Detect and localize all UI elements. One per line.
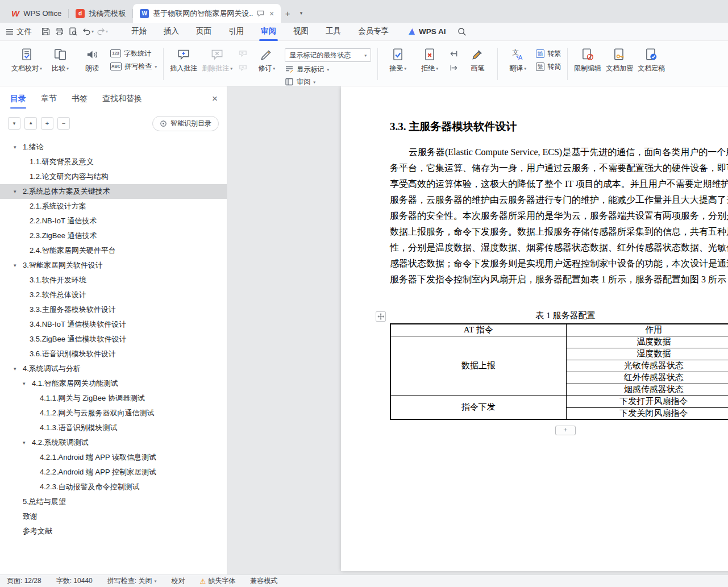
smart-toc-button[interactable]: 智能识别目录 bbox=[152, 116, 219, 131]
sidebar-tab-find-replace[interactable]: 查找和替换 bbox=[102, 94, 142, 104]
save-button[interactable] bbox=[39, 26, 52, 38]
toc-item[interactable]: 4.1.2.网关与云服务器双向通信测试 bbox=[0, 406, 227, 421]
toc-item[interactable]: 3.3.主服务器模块软件设计 bbox=[0, 302, 227, 317]
toc-item[interactable]: 3.6.语音识别模块软件设计 bbox=[0, 347, 227, 361]
new-tab-button[interactable]: + bbox=[281, 6, 294, 20]
toc-expand-icon[interactable]: ▾ bbox=[14, 189, 23, 194]
accept-button[interactable]: 接受▾ bbox=[382, 44, 414, 73]
tab-membership[interactable]: 会员专享 bbox=[350, 23, 397, 41]
missing-font-indicator[interactable]: ⚠缺失字体 bbox=[199, 576, 235, 586]
toc-item[interactable]: 2.1.系统设计方案 bbox=[0, 199, 227, 214]
compare-button[interactable]: 比较▾ bbox=[44, 44, 76, 73]
delete-comment-button[interactable]: 删除批注▾ bbox=[199, 44, 235, 73]
toc-item[interactable]: ▾3.智能家居网关软件设计 bbox=[0, 258, 227, 273]
toc-item[interactable]: 2.3.ZigBee 通信技术 bbox=[0, 228, 227, 243]
tab-wps-home[interactable]: W WPS Office bbox=[5, 4, 68, 23]
toc-item[interactable]: 4.2.3.自动报警及命令控制测试 bbox=[0, 480, 227, 494]
increase-level-button[interactable]: + bbox=[41, 117, 53, 130]
table-cell[interactable]: 光敏传感器状态 bbox=[566, 360, 728, 372]
wps-ai-button[interactable]: WPS AI bbox=[407, 27, 446, 36]
toc-expand-icon[interactable]: ▾ bbox=[14, 366, 23, 372]
table-cell[interactable]: AT 指令 bbox=[390, 324, 566, 336]
finalize-button[interactable]: 文档定稿 bbox=[635, 44, 667, 73]
insert-comment-button[interactable]: 插入批注 bbox=[168, 44, 199, 73]
next-comment-button[interactable] bbox=[237, 63, 248, 73]
doc-tab-chat-icon[interactable] bbox=[257, 10, 264, 17]
previous-change-button[interactable] bbox=[448, 48, 459, 59]
next-change-button[interactable] bbox=[448, 63, 459, 73]
table-cell[interactable]: 下发打开风扇指令 bbox=[566, 396, 728, 407]
review-pane-button[interactable]: 审阅 ▾ bbox=[285, 77, 371, 87]
word-count-button[interactable]: 123 字数统计 bbox=[110, 48, 157, 59]
document-area[interactable]: 3.3. 主服务器模块软件设计 云服务器(Elastic Compute Ser… bbox=[227, 86, 728, 574]
tab-current-document[interactable]: W 基于物联网的智能家居网关设... × bbox=[133, 4, 281, 23]
close-tab-icon[interactable]: × bbox=[269, 9, 274, 18]
paragraph-line[interactable]: 服务器下发指令控制室内风扇开启，服务器配置如表 1 所示，服务器配置如图 3 所… bbox=[390, 272, 728, 288]
tab-home[interactable]: 开始 bbox=[123, 23, 155, 41]
spell-check-button[interactable]: ABC 拼写检查 ▾ bbox=[110, 61, 157, 72]
table-cell[interactable]: 数据上报 bbox=[390, 336, 566, 396]
collapse-all-button[interactable]: ▾ bbox=[8, 117, 20, 130]
word-count-indicator[interactable]: 字数: 10440 bbox=[56, 576, 93, 586]
toc-expand-icon[interactable]: ▾ bbox=[23, 381, 32, 386]
paragraph-line[interactable]: 数据上报服务，命令下发服务。数据上报服务存储传感器所采集到的信息，共有五种属 bbox=[390, 224, 728, 240]
add-table-row-button[interactable]: + bbox=[555, 426, 576, 435]
toc-item[interactable]: 致谢 bbox=[0, 509, 227, 524]
expand-all-button[interactable]: ▾ bbox=[24, 117, 37, 130]
toc-item[interactable]: 4.1.1.网关与 ZigBee 协调器测试 bbox=[0, 391, 227, 406]
table-cell[interactable]: 湿度数据 bbox=[566, 348, 728, 360]
toc-item[interactable]: 4.2.1.Android 端 APP 读取信息测试 bbox=[0, 450, 227, 465]
paragraph-line[interactable]: 感器状态数据；命令下发服务则是实现用户远程控制家中设备的功能，本次设计是通过 bbox=[390, 256, 728, 272]
to-traditional-button[interactable]: 简 转繁 bbox=[536, 48, 561, 59]
toc-item[interactable]: 3.5.ZigBee 通信模块软件设计 bbox=[0, 332, 227, 347]
tab-reference[interactable]: 引用 bbox=[220, 23, 252, 41]
redo-chevron-icon[interactable]: ▾ bbox=[106, 29, 108, 34]
toc-item[interactable]: 2.2.NB-IoT 通信技术 bbox=[0, 214, 227, 228]
paragraph-line[interactable]: 性，分别是温度数据、湿度数据、烟雾传感器状态数据、红外传感器状态数据、光敏传 bbox=[390, 240, 728, 256]
table-caption[interactable]: 表 1 服务器配置 bbox=[390, 310, 728, 321]
previous-comment-button[interactable] bbox=[237, 48, 248, 59]
pen-button[interactable]: 画笔 bbox=[461, 44, 493, 73]
toc-item[interactable]: 4.1.3.语音识别模块测试 bbox=[0, 421, 227, 435]
read-aloud-button[interactable]: 朗读 bbox=[76, 44, 108, 73]
track-changes-button[interactable]: 修订▾ bbox=[251, 44, 282, 73]
toc-item[interactable]: 1.2.论文研究内容与结构 bbox=[0, 169, 227, 184]
to-simplified-button[interactable]: 繁 转简 bbox=[536, 61, 561, 72]
tab-docer-template[interactable]: d 找稿壳模板 bbox=[69, 4, 132, 23]
file-menu-button[interactable]: 文件 bbox=[6, 27, 32, 37]
tab-list-chevron-icon[interactable]: ▾ bbox=[294, 6, 308, 20]
paragraph-line[interactable]: 云服务器(Elastic Compute Service, ECS)是基于先进的… bbox=[390, 144, 728, 160]
sidebar-tab-toc[interactable]: 目录 bbox=[10, 94, 26, 104]
page-indicator[interactable]: 页面: 12/28 bbox=[7, 576, 41, 586]
close-sidebar-icon[interactable]: × bbox=[212, 93, 218, 105]
print-preview-button[interactable] bbox=[66, 26, 80, 38]
sidebar-tab-bookmarks[interactable]: 书签 bbox=[72, 94, 88, 104]
toc-item[interactable]: 3.4.NB-IoT 通信模块软件设计 bbox=[0, 317, 227, 332]
restrict-edit-button[interactable]: 限制编辑 bbox=[572, 44, 604, 73]
toc-item[interactable]: ▾4.系统调试与分析 bbox=[0, 361, 227, 376]
decrease-level-button[interactable]: − bbox=[57, 117, 70, 130]
spellcheck-indicator[interactable]: 拼写检查: 关闭▾ bbox=[107, 576, 157, 586]
toc-item[interactable]: 4.2.2.Android 端 APP 控制家居测试 bbox=[0, 465, 227, 480]
paragraph-line[interactable]: 服务器，云服务器的维护由云服务器进行专门的维护，能减少工作量并且大大提高了云 bbox=[390, 192, 728, 208]
reject-button[interactable]: 拒绝▾ bbox=[414, 44, 446, 73]
toc-item[interactable]: 2.4.智能家居网关硬件平台 bbox=[0, 243, 227, 258]
toc-item[interactable]: 3.2.软件总体设计 bbox=[0, 288, 227, 302]
encrypt-button[interactable]: 文档加密 bbox=[604, 44, 635, 73]
toc-item[interactable]: ▾4.1.智能家居网关功能测试 bbox=[0, 376, 227, 391]
tab-review[interactable]: 审阅 bbox=[252, 23, 285, 41]
tab-page[interactable]: 页面 bbox=[188, 23, 220, 41]
toc-item[interactable]: ▾2.系统总体方案及关键技术 bbox=[0, 184, 227, 199]
table-cell[interactable]: 下发关闭风扇指令 bbox=[566, 407, 728, 419]
document-page[interactable]: 3.3. 主服务器模块软件设计 云服务器(Elastic Compute Ser… bbox=[341, 86, 728, 571]
proofread-indicator[interactable]: 校对 bbox=[171, 576, 185, 586]
table-cell[interactable]: 红外传感器状态 bbox=[566, 372, 728, 384]
tab-tools[interactable]: 工具 bbox=[317, 23, 350, 41]
show-markup-button[interactable]: 显示标记 ▾ bbox=[285, 64, 371, 74]
markup-state-select[interactable]: 显示标记的最终状态 ▾ bbox=[285, 48, 371, 62]
toc-item[interactable]: ▾1.绪论 bbox=[0, 140, 227, 155]
compat-mode-indicator[interactable]: 兼容模式 bbox=[250, 576, 277, 586]
toc-item[interactable]: 5.总结与展望 bbox=[0, 494, 227, 509]
print-button[interactable] bbox=[52, 26, 66, 38]
table-cell[interactable]: 指令下发 bbox=[390, 396, 566, 419]
